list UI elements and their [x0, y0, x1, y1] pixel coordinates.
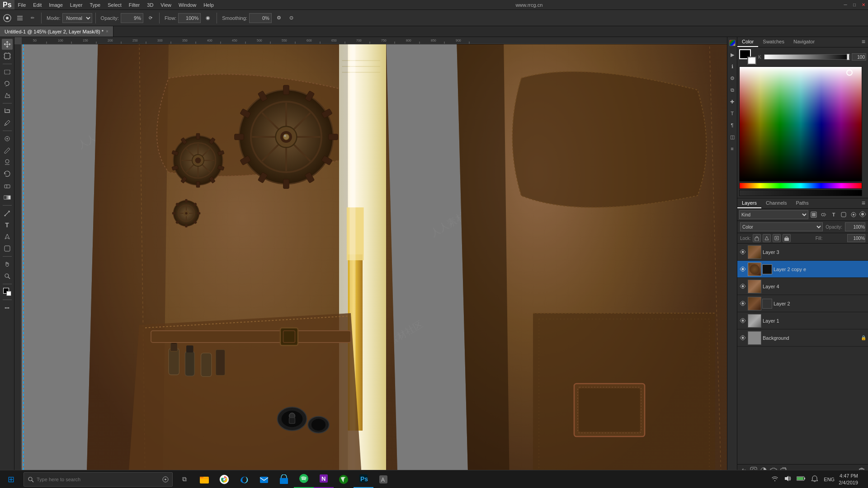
filter-smart-btn[interactable]: [849, 210, 858, 219]
paragraph-icon[interactable]: ¶: [728, 121, 736, 129]
color-canvas[interactable]: [739, 66, 862, 182]
help-menu[interactable]: Help: [200, 0, 217, 9]
k-value-input[interactable]: [852, 53, 866, 61]
taskbar-store[interactable]: [274, 470, 294, 488]
close-button[interactable]: ✕: [860, 1, 867, 9]
airbrush-btn[interactable]: ◉: [203, 13, 213, 23]
healing-icon[interactable]: ✚: [728, 98, 736, 106]
window-menu[interactable]: Window: [175, 0, 200, 9]
smoothing-input[interactable]: [249, 13, 272, 23]
select-subject-tool[interactable]: [2, 90, 13, 101]
info-icon[interactable]: ℹ: [728, 62, 736, 70]
layer-menu[interactable]: Layer: [66, 0, 86, 9]
opacity-toggle[interactable]: ⟳: [145, 13, 156, 23]
swatches-tab[interactable]: Swatches: [758, 37, 789, 47]
view-menu[interactable]: View: [157, 0, 175, 9]
path-select-tool[interactable]: [2, 231, 13, 242]
background-swatch[interactable]: [747, 56, 756, 65]
tab-close-button[interactable]: ×: [106, 29, 108, 34]
flow-input[interactable]: [178, 13, 201, 23]
smoothing-settings[interactable]: ⚙: [274, 13, 284, 23]
search-input[interactable]: [37, 477, 160, 482]
filter-menu[interactable]: Filter: [125, 0, 143, 9]
ps-menu[interactable]: Ps: [0, 0, 14, 9]
zoom-tool[interactable]: [2, 271, 13, 282]
type-tool[interactable]: T: [2, 220, 13, 230]
brush-mode-btn[interactable]: ✏: [27, 13, 38, 23]
layer-item[interactable]: Layer 4: [737, 278, 868, 295]
layer-item[interactable]: Layer 1: [737, 312, 868, 329]
color-panel-menu[interactable]: ≡: [859, 37, 868, 47]
color-spectrum[interactable]: [739, 66, 862, 182]
canvas-content[interactable]: 人人素材社区 人人素材社区 人人素材社区 人人素材社区 人人素材社区 人人素材社…: [22, 44, 727, 476]
adjustments-icon[interactable]: ◫: [728, 133, 736, 141]
kind-select[interactable]: Kind: [739, 210, 808, 219]
select-menu[interactable]: Select: [104, 0, 125, 9]
search-bar[interactable]: [24, 472, 173, 487]
properties-icon[interactable]: ≡: [728, 145, 736, 153]
lasso-tool[interactable]: [2, 78, 13, 89]
shape-tool[interactable]: [2, 243, 13, 254]
layer-item-selected[interactable]: Layer 2 copy e: [737, 261, 868, 278]
color-tab[interactable]: Color: [737, 37, 758, 47]
type-menu[interactable]: Type: [86, 0, 104, 9]
task-view-button[interactable]: ⧉: [175, 470, 194, 488]
layer-item[interactable]: Layer 3: [737, 244, 868, 261]
taskbar-ps[interactable]: Ps: [354, 470, 373, 488]
hand-tool[interactable]: [2, 259, 13, 270]
network-icon[interactable]: [770, 475, 780, 483]
layer-visibility[interactable]: [739, 283, 746, 290]
fg-bg-swatches[interactable]: [739, 49, 756, 65]
battery-icon[interactable]: [795, 476, 807, 483]
filter-adjustment-btn[interactable]: [819, 210, 828, 219]
lock-transparent-btn[interactable]: [753, 234, 761, 242]
layer-visibility[interactable]: [739, 317, 746, 324]
history-brush-tool[interactable]: [2, 169, 13, 179]
lock-image-btn[interactable]: [763, 234, 771, 242]
clone-stamp-tool[interactable]: [2, 157, 13, 168]
opacity-input[interactable]: [121, 13, 143, 23]
file-menu[interactable]: File: [14, 0, 30, 9]
taskbar-unknown[interactable]: A: [373, 470, 393, 488]
brush-preset-btn[interactable]: [14, 13, 25, 23]
k-slider[interactable]: [764, 54, 850, 60]
taskbar-edge[interactable]: [234, 470, 254, 488]
edit-toolbar-btn[interactable]: •••: [2, 302, 13, 313]
taskbar-mail[interactable]: [254, 470, 274, 488]
layer-visibility[interactable]: [739, 300, 746, 307]
mode-select[interactable]: Normal: [62, 13, 92, 23]
move-tool[interactable]: [2, 39, 13, 50]
eraser-tool[interactable]: [2, 180, 13, 191]
panel-options-icon[interactable]: ⚙: [728, 74, 736, 82]
taskbar-file-explorer[interactable]: [194, 470, 214, 488]
filter-type-btn[interactable]: T: [829, 210, 838, 219]
language-indicator[interactable]: ENG: [822, 477, 836, 482]
brush-tool-btn[interactable]: [2, 13, 13, 23]
color-picker-icon[interactable]: [728, 39, 736, 47]
fill-value[interactable]: [847, 234, 865, 242]
pen-tool[interactable]: [2, 208, 13, 219]
clone-icon[interactable]: ⧉: [728, 86, 736, 94]
minimize-button[interactable]: ─: [842, 1, 849, 9]
canvas-tab[interactable]: Untitled-1 @ 145% (Layer 2, Layer Mask/8…: [0, 26, 113, 37]
marquee-tool[interactable]: [2, 66, 13, 77]
artboard-tool[interactable]: [2, 51, 13, 61]
volume-icon[interactable]: [783, 475, 793, 483]
opacity-strip[interactable]: [739, 190, 862, 196]
play-icon[interactable]: ▶: [728, 51, 736, 59]
taskbar-spotify[interactable]: [294, 470, 314, 488]
canvas-area[interactable]: 50 100 150 200 250 300 350 400 450 500: [14, 37, 727, 476]
symmetry-btn[interactable]: ⊙: [286, 13, 297, 23]
layer-visibility[interactable]: [739, 266, 746, 273]
channels-tab[interactable]: Channels: [761, 198, 791, 208]
eyedropper-tool[interactable]: [2, 117, 13, 128]
layers-tab[interactable]: Layers: [737, 198, 761, 208]
navigator-tab[interactable]: Navigator: [789, 37, 819, 47]
foreground-bg-colors[interactable]: [2, 286, 13, 297]
system-clock[interactable]: 4:47 PM 2/4/2019: [839, 473, 858, 486]
hue-strip[interactable]: [739, 183, 862, 189]
taskbar-xbox[interactable]: [334, 470, 354, 488]
layer-visibility[interactable]: [739, 249, 746, 256]
healing-tool[interactable]: [2, 133, 13, 144]
layers-panel-menu[interactable]: ≡: [859, 198, 868, 208]
